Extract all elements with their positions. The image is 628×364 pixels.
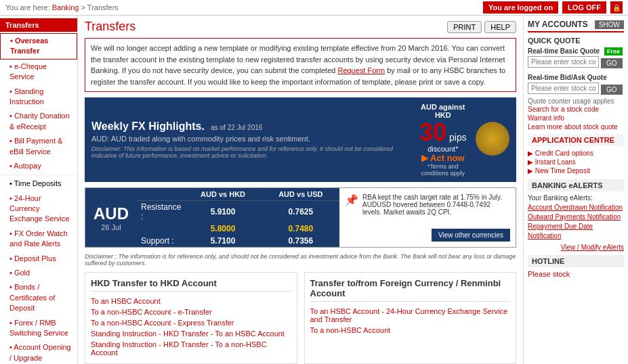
sidebar-item-forex-rmb[interactable]: • Forex / RMB Switching Service [0, 316, 77, 341]
lock-icon: 🔒 [610, 1, 623, 14]
fx-banner: Weekly FX Highlights. as of 22 Jul 2016 … [85, 97, 516, 182]
header-buttons: PRINT HELP [447, 21, 516, 33]
main-content: Transfers PRINT HELP We will no longer a… [78, 16, 523, 364]
sidebar-title: Transfers [0, 18, 77, 32]
account-overdrawn-link[interactable]: Account Overdrawn Notification [528, 204, 623, 211]
help-button[interactable]: HELP [484, 21, 516, 33]
search-stock-link[interactable]: Search for a stock code [528, 105, 624, 114]
fx-disclaimer: Disclaimer: This information is based on… [91, 145, 417, 159]
sidebar-item-time-deposits[interactable]: • Time Deposits [0, 177, 77, 191]
outward-payments-link[interactable]: Outward Payments Notification [528, 213, 621, 221]
instant-loans-link[interactable]: ▶ Instant Loans [528, 158, 624, 166]
view-modify-ealerts-link[interactable]: View / Modify eAlerts [528, 244, 624, 251]
pin-icon: 📌 [345, 194, 358, 206]
sidebar-item-bonds[interactable]: • Bonds / Certificates of Deposit [0, 280, 77, 315]
my-accounts-title: MY ACCOUNTS SHOW [528, 20, 624, 32]
repayment-due-link[interactable]: Repayment Due Date Notification [528, 223, 593, 240]
app-centre-title: APPLICATION CENTRE [528, 134, 624, 146]
logoff-button[interactable]: LOG OFF [562, 1, 606, 14]
content-header: Transfers PRINT HELP [85, 20, 516, 34]
fx-title: Weekly FX Highlights. as of 22 Jul 2016 [91, 120, 417, 133]
hkd-link-5[interactable]: Standing Instruction - HKD Transfer - To… [91, 339, 291, 358]
foreign-link-2[interactable]: To a non-HSBC Account [310, 325, 511, 336]
alert-text: We will no longer accept adding a new te… [91, 44, 505, 86]
rate-table-section: AUD 26 Jul AUD vs HKD AUD vs USD Resista [85, 187, 516, 248]
sidebar-item-standing[interactable]: • Standing Instruction [0, 85, 77, 110]
rate-table: AUD vs HKD AUD vs USD Resistance : 5.910… [137, 188, 339, 247]
free-badge: Free [604, 47, 623, 55]
alert-box: We will no longer accept adding a new te… [85, 38, 516, 92]
show-button[interactable]: SHOW [595, 20, 624, 29]
fx-banner-left: Weekly FX Highlights. as of 22 Jul 2016 … [91, 120, 417, 159]
hkd-link-3[interactable]: To a non-HSBC Account - Express Transfer [91, 317, 291, 328]
transfer-sections: HKD Transfer to HKD Account To an HSBC A… [85, 272, 516, 364]
sidebar-item-gold[interactable]: • Gold [0, 266, 77, 280]
hkd-link-2[interactable]: To a non-HSBC Account - e-Transfer [91, 306, 291, 317]
sidebar-item-bill[interactable]: • Bill Payment & eBill Service [0, 134, 77, 159]
hkd-transfer-title: HKD Transfer to HKD Account [91, 278, 291, 292]
warrant-link[interactable]: Warrant info [528, 114, 624, 122]
fx-act-now[interactable]: ▶ Act now [417, 153, 469, 163]
logged-in-bar: You are logged on LOG OFF 🔒 [483, 1, 623, 14]
sidebar-item-deposit-plus[interactable]: • Deposit Plus [0, 252, 77, 266]
please-stock-text: Please stock [528, 270, 624, 278]
hkd-transfer-box: HKD Transfer to HKD Account To an HSBC A… [85, 272, 297, 364]
foreign-link-1[interactable]: To an HSBC Account - 24-Hour Currency Ex… [310, 306, 511, 325]
view-currencies-button[interactable]: View other currencies [432, 229, 510, 242]
hkd-link-4[interactable]: Standing Instruction - HKD Transfer - To… [91, 328, 291, 339]
basic-quote-input-group: GO [528, 56, 624, 70]
main-layout: Transfers • Overseas Transfer • e-Cheque… [0, 16, 628, 364]
breadcrumb-home[interactable]: Banking [52, 3, 79, 12]
request-form-link[interactable]: Request Form [337, 66, 385, 74]
hotline-title: HOTLINE [528, 255, 624, 267]
sidebar-item-fx-order[interactable]: • FX Order Watch and Rate Alerts [0, 227, 77, 252]
bid-go-button[interactable]: GO [601, 85, 623, 95]
time-deposit-link[interactable]: ▶ New Time Deposit [528, 166, 624, 175]
logged-on-label: You are logged on [483, 1, 558, 14]
fx-banner-right: AUD against HKD 30 pips discount* ▶ Act … [417, 103, 469, 177]
rate-disclaimer: Disclaimer : The information is for refe… [85, 253, 516, 267]
learn-stock-link[interactable]: Learn more about stock quote [528, 122, 624, 131]
rate-note: 📌 RBA kept the cash target rate at 1.75%… [339, 188, 516, 247]
credit-card-link[interactable]: ▶ Credit Card options [528, 149, 624, 158]
sidebar-item-charity[interactable]: • Charity Donation & eReceipt [0, 109, 77, 134]
banking-ealerts-title: BANKING eALERTS [528, 179, 624, 191]
sidebar-divider [0, 175, 77, 175]
sidebar-item-overseas-transfer[interactable]: • Overseas Transfer [0, 33, 77, 60]
breadcrumb: You are here: Banking > Transfers [5, 3, 119, 12]
aud-badge: AUD 26 Jul [85, 188, 137, 247]
fx-subtitle: AUD: AUD traded along with commodity pri… [91, 135, 417, 143]
sidebar-item-account-opening[interactable]: • Account Opening / Upgrade [0, 340, 77, 364]
quote-note: Quote counter usage applies [528, 97, 624, 105]
fx-coin [476, 122, 509, 158]
quick-quote-title: QUICK QUOTE [528, 37, 624, 45]
realtime-basic-label: Real-time Basic Quote Free [528, 47, 624, 55]
right-sidebar: MY ACCOUNTS SHOW QUICK QUOTE Real-time B… [523, 16, 628, 364]
top-bar: You are here: Banking > Transfers You ar… [0, 0, 628, 16]
banking-text: Your Banking eAlerts: Account Overdrawn … [528, 194, 624, 241]
foreign-transfer-title: Transfer to/from Foreign Currency / Renm… [310, 278, 511, 302]
bid-ask-label: Real-time Bid/Ask Quote [528, 74, 624, 81]
sidebar-item-echeque[interactable]: • e-Cheque Service [0, 60, 77, 85]
bid-ask-input-group: GO [528, 83, 624, 96]
bid-ask-input[interactable] [528, 83, 599, 94]
basic-quote-input[interactable] [528, 56, 599, 68]
hkd-link-1[interactable]: To an HSBC Account [91, 296, 291, 306]
basic-go-button[interactable]: GO [601, 58, 623, 68]
foreign-transfer-box: Transfer to/from Foreign Currency / Renm… [304, 272, 517, 364]
print-button[interactable]: PRINT [447, 21, 482, 33]
page-title: Transfers [85, 20, 135, 34]
sidebar-item-24h-currency[interactable]: • 24-Hour Currency Exchange Service [0, 191, 77, 227]
left-sidebar: Transfers • Overseas Transfer • e-Cheque… [0, 16, 78, 364]
sidebar-item-autopay[interactable]: • Autopay [0, 159, 77, 173]
